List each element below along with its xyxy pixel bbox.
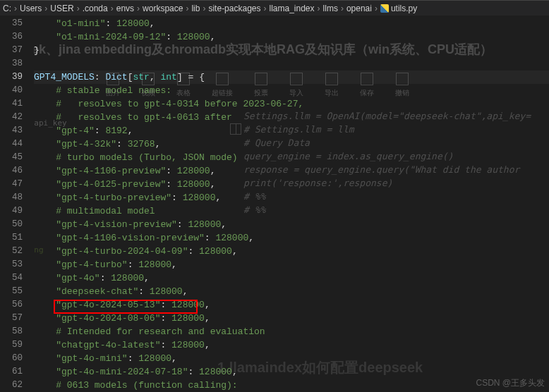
line-number: 50 [0,218,23,231]
breadcrumb-crumb[interactable]: llms [323,4,338,13]
code-line[interactable]: # resolves to gpt-4-0613 after [34,111,549,124]
breadcrumb-file[interactable]: utils.py [391,4,417,13]
line-number: 52 [0,245,23,258]
line-number: 57 [0,312,23,325]
breadcrumb-crumb[interactable]: envs [116,4,134,13]
line-number: 36 [0,30,23,44]
code-line[interactable]: "gpt-4-1106-vision-preview": 128000, [34,231,549,245]
line-number: 45 [0,151,23,164]
line-number: 49 [0,204,23,218]
watermark: CSDN @王多头发 [476,377,545,389]
code-line[interactable]: GPT4_MODELS: Dict[str, int] = { [34,71,549,84]
code-line[interactable]: "deepseek-chat": 128000, [34,285,549,298]
code-line[interactable]: "gpt-4-turbo-preview": 128000, [34,191,549,204]
line-number: 37 [0,44,23,57]
line-number: 61 [0,365,23,379]
breadcrumb-crumb[interactable]: llama_index [270,4,315,13]
line-number: 54 [0,271,23,285]
line-number: 35 [0,17,23,30]
code-line[interactable]: "o1-mini-2024-09-12": 128000, [34,30,549,44]
code-line[interactable]: # resolves to gpt-4-0314 before 2023-06-… [34,97,549,111]
code-line[interactable]: "chatgpt-4o-latest": 128000, [34,338,549,352]
line-number: 48 [0,191,23,204]
line-number: 55 [0,285,23,298]
breadcrumb-crumb[interactable]: Users [20,4,42,13]
breadcrumb-crumb[interactable]: site-packages [208,4,260,13]
code-area[interactable]: "o1-mini": 128000, "o1-mini-2024-09-12":… [34,16,549,392]
code-line[interactable]: "gpt-4o": 128000, [34,271,549,285]
line-number: 40 [0,84,23,97]
code-line[interactable]: # multimodal model [34,204,549,218]
breadcrumb-crumb[interactable]: workspace [143,4,183,13]
code-line[interactable]: "gpt-4-32k": 32768, [34,137,549,151]
breadcrumb[interactable]: C:› Users› USER› .conda› envs› workspace… [0,0,549,16]
breadcrumb-crumb[interactable]: C: [3,4,11,13]
line-number: 43 [0,124,23,137]
code-line[interactable]: # stable model names: [34,84,549,97]
breadcrumb-crumb[interactable]: .conda [83,4,108,13]
line-number: 56 [0,298,23,312]
code-line[interactable] [34,57,549,71]
line-number: 41 [0,97,23,111]
breadcrumb-crumb[interactable]: openai [346,4,372,13]
line-number-gutter: 3536373839404142434445464748495051525354… [0,16,34,392]
line-number: 62 [0,379,23,392]
breadcrumb-crumb[interactable]: lib [191,4,200,13]
line-number: 47 [0,178,23,191]
code-line[interactable]: "gpt-4-turbo": 128000, [34,258,549,271]
breadcrumb-crumb[interactable]: USER [50,4,73,13]
split-editor-icon[interactable] [230,123,241,135]
code-line[interactable]: # Intended for research and evaluation [34,325,549,338]
code-line[interactable]: # turbo models (Turbo, JSON mode) [34,151,549,164]
code-line[interactable]: "gpt-4-turbo-2024-04-09": 128000, [34,245,549,258]
line-number: 42 [0,111,23,124]
code-line[interactable]: "gpt-4-1106-preview": 128000, [34,164,549,178]
python-file-icon [380,4,389,13]
line-number: 59 [0,338,23,352]
code-line[interactable]: "gpt-4o-2024-05-13": 128000, [34,298,549,312]
line-number: 39 [0,71,23,84]
code-line[interactable]: "gpt-4o-mini": 128000, [34,352,549,365]
line-number: 60 [0,352,23,365]
code-line[interactable]: # 0613 models (function calling): [34,379,549,392]
code-line[interactable]: "gpt-4-0125-preview": 128000, [34,178,549,191]
line-number: 44 [0,137,23,151]
line-number: 51 [0,231,23,245]
code-line[interactable]: } [34,44,549,57]
line-number: 53 [0,258,23,271]
code-line[interactable]: "gpt-4-vision-preview": 128000, [34,218,549,231]
line-number: 46 [0,164,23,178]
code-line[interactable]: "gpt-4o-2024-08-06": 128000, [34,312,549,325]
code-line[interactable]: "o1-mini": 128000, [34,17,549,30]
code-line[interactable]: "gpt-4o-mini-2024-07-18": 128000, [34,365,549,379]
code-editor[interactable]: 3536373839404142434445464748495051525354… [0,16,549,392]
line-number: 58 [0,325,23,338]
code-line[interactable]: "gpt-4": 8192, [34,124,549,137]
line-number: 38 [0,57,23,71]
